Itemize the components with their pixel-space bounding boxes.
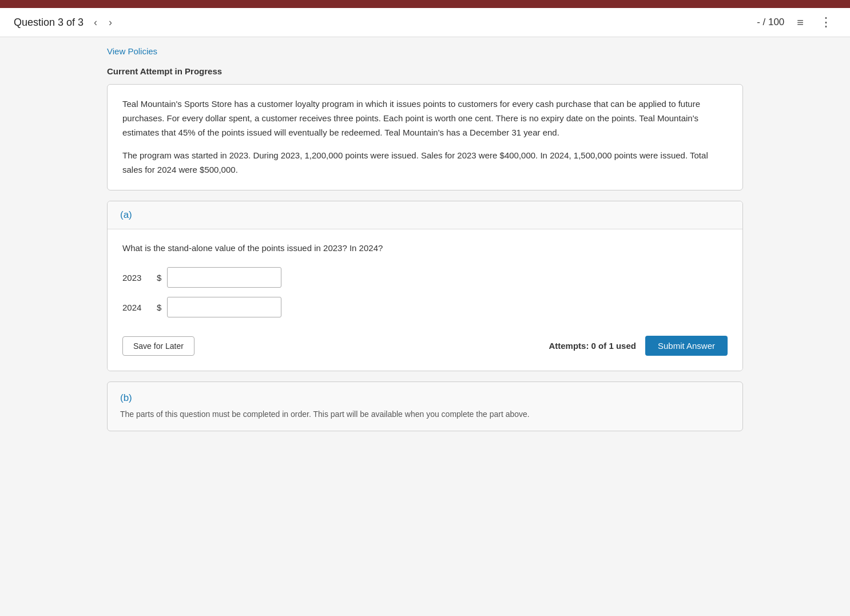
top-banner [0,0,850,8]
scenario-paragraph-2: The program was started in 2023. During … [122,149,728,177]
part-a-header: (a) [108,201,742,229]
part-a-footer: Save for Later Attempts: 0 of 1 used Sub… [122,327,728,358]
right-footer: Attempts: 0 of 1 used Submit Answer [549,336,728,356]
part-b-box: (b) The parts of this question must be c… [107,381,743,431]
header-left: Question 3 of 3 ‹ › [14,15,116,30]
header-bar: Question 3 of 3 ‹ › - / 100 ≡ ⋮ [0,8,850,37]
dollar-sign-2023: $ [157,273,161,283]
answer-input-2023[interactable] [167,267,281,288]
current-attempt-label: Current Attempt in Progress [107,66,743,76]
main-content: View Policies Current Attempt in Progres… [93,37,757,440]
scenario-paragraph-1: Teal Mountain's Sports Store has a custo… [122,97,728,140]
part-a-box: (a) What is the stand-alone value of the… [107,201,743,372]
year-2023-label: 2023 [122,273,151,283]
submit-answer-button[interactable]: Submit Answer [645,336,728,356]
list-icon-button[interactable]: ≡ [793,15,807,30]
question-label: Question 3 of 3 [14,17,84,29]
scenario-box: Teal Mountain's Sports Store has a custo… [107,84,743,190]
input-row-2023: 2023 $ [122,267,728,288]
part-a-question-text: What is the stand-alone value of the poi… [122,242,728,255]
more-options-button[interactable]: ⋮ [816,14,836,31]
next-arrow-button[interactable]: › [105,15,116,30]
answer-input-2024[interactable] [167,297,281,317]
prev-arrow-button[interactable]: ‹ [90,15,101,30]
view-policies-link[interactable]: View Policies [107,46,157,56]
nav-arrows: ‹ › [90,15,116,30]
dollar-sign-2024: $ [157,303,161,312]
part-b-note: The parts of this question must be compl… [120,408,730,420]
save-for-later-button[interactable]: Save for Later [122,336,194,356]
part-a-label: (a) [120,209,132,220]
header-right: - / 100 ≡ ⋮ [757,14,836,31]
part-a-body: What is the stand-alone value of the poi… [108,229,742,371]
attempts-label: Attempts: 0 of 1 used [549,341,636,351]
input-row-2024: 2024 $ [122,297,728,317]
part-b-label: (b) [120,392,730,404]
year-2024-label: 2024 [122,303,151,312]
score-label: - / 100 [757,17,784,28]
